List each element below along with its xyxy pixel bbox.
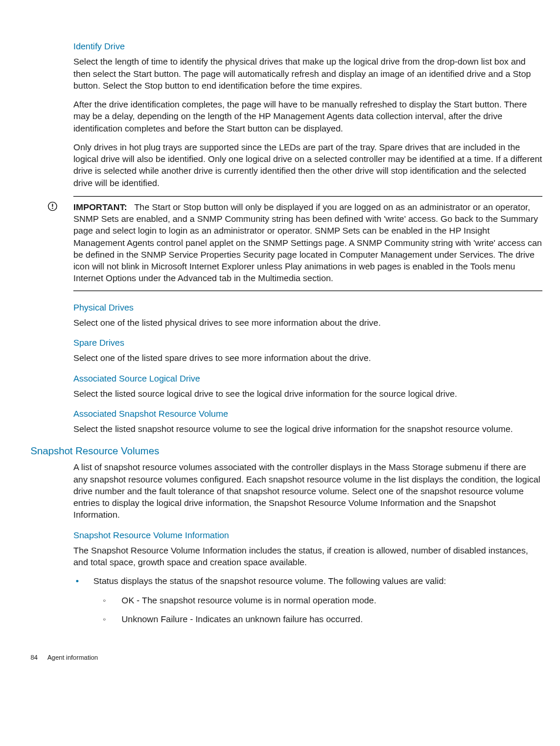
- section-assoc-snapshot: Associated Snapshot Resource Volume Sele…: [73, 408, 542, 436]
- section-assoc-source: Associated Source Logical Drive Select t…: [73, 373, 542, 400]
- status-list: Status displays the status of the snapsh…: [73, 575, 542, 625]
- list-item: OK - The snapshot resource volume is in …: [93, 595, 542, 606]
- footer-title: Agent information: [48, 654, 98, 661]
- list-item-text: Status displays the status of the snapsh…: [93, 576, 446, 586]
- para-text: Select the listed snapshot resource volu…: [73, 423, 542, 435]
- para-text: The Snapshot Resource Volume Information…: [73, 545, 542, 569]
- heading-snapshot-volumes: Snapshot Resource Volumes: [31, 445, 542, 458]
- important-icon: [48, 201, 58, 211]
- heading-identify-drive: Identify Drive: [73, 40, 542, 52]
- important-text: IMPORTANT: The Start or Stop button will…: [73, 201, 542, 285]
- page-footer: 84 Agent information: [31, 653, 542, 662]
- heading-spare-drives: Spare Drives: [73, 337, 542, 349]
- svg-rect-1: [52, 204, 53, 207]
- heading-assoc-source: Associated Source Logical Drive: [73, 373, 542, 384]
- para-text: A list of snapshot resource volumes asso…: [73, 461, 542, 521]
- list-item: Status displays the status of the snapsh…: [73, 575, 542, 625]
- para-text: Select the length of time to identify th…: [73, 56, 542, 92]
- section-spare-drives: Spare Drives Select one of the listed sp…: [73, 337, 542, 364]
- section-snapshot-info: Snapshot Resource Volume Information The…: [73, 529, 542, 626]
- list-item: Unknown Failure - Indicates an unknown f…: [93, 613, 542, 625]
- important-body: The Start or Stop button will only be di…: [73, 202, 542, 283]
- important-callout: IMPORTANT: The Start or Stop button will…: [73, 196, 542, 291]
- heading-physical-drives: Physical Drives: [73, 302, 542, 313]
- heading-assoc-snapshot: Associated Snapshot Resource Volume: [73, 408, 542, 420]
- important-label: IMPORTANT:: [73, 202, 127, 212]
- para-text: Select one of the listed spare drives to…: [73, 352, 542, 364]
- heading-snapshot-info: Snapshot Resource Volume Information: [73, 529, 542, 541]
- para-text: Only drives in hot plug trays are suppor…: [73, 141, 542, 189]
- svg-rect-2: [52, 208, 53, 209]
- para-text: After the drive identification completes…: [73, 99, 542, 134]
- page-number: 84: [31, 653, 38, 662]
- section-physical-drives: Physical Drives Select one of the listed…: [73, 302, 542, 329]
- para-text: Select the listed source logical drive t…: [73, 388, 542, 400]
- status-sublist: OK - The snapshot resource volume is in …: [93, 595, 542, 626]
- para-text: Select one of the listed physical drives…: [73, 317, 542, 329]
- section-identify-drive: Identify Drive Select the length of time…: [73, 40, 542, 189]
